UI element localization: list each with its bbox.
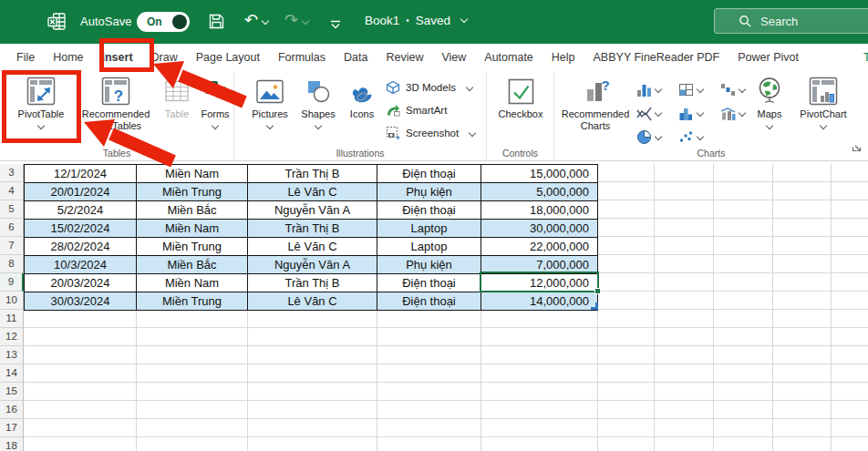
cell-r5-c3[interactable]: Điện thoại	[377, 201, 481, 220]
row-header-15[interactable]: 15	[0, 383, 24, 401]
cell-r7-c4[interactable]: 22,000,000	[481, 238, 598, 256]
cell-r6-c1[interactable]: Miền Nam	[137, 220, 248, 238]
row-header-10[interactable]: 10	[0, 292, 24, 310]
document-title[interactable]: Book1 • Saved	[365, 14, 467, 27]
cell-r10-c0[interactable]: 30/03/2024	[25, 292, 137, 311]
recommended-pivottables-button[interactable]: ? Recommended PivotTables	[77, 74, 155, 131]
icons-button[interactable]: Icons	[342, 74, 382, 120]
table-resize-handle[interactable]	[591, 302, 598, 310]
row-header-14[interactable]: 14	[0, 364, 24, 383]
row-header-3[interactable]: 3	[0, 164, 24, 182]
redo-chevron-icon[interactable]	[302, 17, 309, 25]
undo-button[interactable]: ↶	[244, 10, 268, 29]
cell-r5-c0[interactable]: 5/2/2024	[25, 201, 137, 220]
cell-r8-c3[interactable]: Phụ kiện	[377, 256, 481, 274]
row-header-6[interactable]: 6	[0, 219, 24, 237]
cell-r6-c3[interactable]: Laptop	[377, 220, 481, 238]
screenshot-button[interactable]: Screenshot	[386, 123, 475, 142]
tab-insert[interactable]: Insert	[93, 44, 142, 71]
cell-r8-c2[interactable]: Nguyễn Văn A	[248, 256, 377, 274]
tab-help[interactable]: Help	[542, 44, 584, 71]
row-header-8[interactable]: 8	[0, 255, 24, 273]
cell-r6-c4[interactable]: 30,000,000	[481, 220, 598, 238]
cell-r5-c1[interactable]: Miền Bắc	[137, 201, 248, 220]
cell-r7-c3[interactable]: Laptop	[377, 238, 481, 256]
cell-r3-c2[interactable]: Trần Thị B	[248, 165, 377, 183]
pivotchart-button[interactable]: PivotChart	[793, 74, 853, 128]
cell-r4-c4[interactable]: 5,000,000	[481, 183, 598, 201]
row-header-4[interactable]: 4	[0, 182, 24, 200]
cell-r10-c4[interactable]: 14,000,000	[481, 292, 598, 311]
cell-r3-c1[interactable]: Miền Nam	[137, 165, 248, 183]
recommended-charts-button[interactable]: ? Recommended Charts	[558, 74, 633, 131]
tab-file[interactable]: File	[7, 44, 44, 71]
cell-r6-c0[interactable]: 15/02/2024	[25, 220, 137, 238]
row-header-17[interactable]: 17	[0, 419, 24, 437]
row-header-7[interactable]: 7	[0, 237, 24, 255]
forms-button[interactable]: F Forms	[197, 74, 233, 128]
tab-page-layout[interactable]: Page Layout	[187, 44, 269, 71]
maps-button[interactable]: Maps	[749, 74, 790, 128]
cell-r4-c2[interactable]: Lê Văn C	[248, 183, 377, 201]
cell-r4-c0[interactable]: 20/01/2024	[25, 183, 137, 201]
hierarchy-chart-button[interactable]	[678, 77, 720, 101]
search-input[interactable]: Search	[714, 8, 868, 34]
cell-r5-c4[interactable]: 18,000,000	[481, 201, 598, 220]
row-header-5[interactable]: 5	[0, 200, 24, 219]
tab-abbyy-finereader-pdf[interactable]: ABBYY FineReader PDF	[584, 44, 729, 71]
cell-r7-c0[interactable]: 28/02/2024	[25, 238, 137, 256]
smartart-button[interactable]: SmartArt	[386, 100, 475, 119]
cell-r10-c3[interactable]: Điện thoại	[377, 292, 481, 311]
scatter-chart-button[interactable]	[678, 125, 720, 149]
row-header-18[interactable]: 18	[0, 437, 24, 451]
row-header-9[interactable]: 9	[0, 273, 24, 292]
tab-review[interactable]: Review	[377, 44, 432, 71]
cell-r3-c4[interactable]: 15,000,000	[481, 165, 598, 183]
statistic-chart-button[interactable]	[678, 101, 720, 125]
shapes-button[interactable]: Shapes	[296, 74, 340, 128]
cell-r5-c2[interactable]: Nguyễn Văn A	[248, 201, 377, 220]
undo-chevron-icon[interactable]	[262, 17, 269, 25]
spreadsheet-grid[interactable]: 3456789101112131415161718 12/1/2024Miền …	[0, 164, 868, 451]
tab-power-pivot[interactable]: Power Pivot	[728, 44, 808, 71]
save-icon[interactable]	[208, 13, 225, 34]
fill-handle[interactable]	[594, 288, 601, 294]
row-header-12[interactable]: 12	[0, 328, 24, 346]
line-chart-button[interactable]	[636, 101, 678, 125]
tab-tabl[interactable]: Tabl	[854, 44, 868, 71]
quick-access-overflow-icon[interactable]	[330, 17, 341, 34]
cell-r6-c2[interactable]: Trần Thị B	[248, 220, 377, 238]
tab-formulas[interactable]: Formulas	[269, 44, 335, 71]
autosave-toggle[interactable]: On	[137, 12, 190, 32]
table-button[interactable]: Table	[157, 74, 197, 120]
tab-view[interactable]: View	[432, 44, 475, 71]
pie-chart-button[interactable]	[636, 125, 678, 149]
row-header-16[interactable]: 16	[0, 401, 24, 419]
cell-r4-c3[interactable]: Phụ kiện	[377, 183, 481, 201]
tab-draw[interactable]: Draw	[142, 44, 187, 71]
cell-r9-c3[interactable]: Điện thoại	[377, 274, 481, 292]
row-header-11[interactable]: 11	[0, 310, 24, 328]
cell-r10-c1[interactable]: Miền Trung	[137, 292, 248, 311]
tab-automate[interactable]: Automate	[475, 44, 542, 71]
cell-r3-c3[interactable]: Điện thoại	[377, 165, 481, 183]
column-chart-button[interactable]	[636, 77, 678, 101]
redo-button[interactable]: ↷	[284, 10, 308, 29]
pictures-button[interactable]: Pictures	[245, 74, 294, 128]
cell-r8-c0[interactable]: 10/3/2024	[25, 256, 137, 274]
cell-r10-c2[interactable]: Lê Văn C	[248, 292, 377, 311]
cell-r7-c2[interactable]: Lê Văn C	[248, 238, 377, 256]
cell-r9-c2[interactable]: Trần Thị B	[248, 274, 377, 292]
cell-r7-c1[interactable]: Miền Trung	[137, 238, 248, 256]
3d-models-button[interactable]: 3D Models	[386, 77, 475, 97]
cell-r3-c0[interactable]: 12/1/2024	[25, 165, 137, 183]
checkbox-button[interactable]: Checkbox	[493, 74, 548, 120]
pivottable-button[interactable]: PivotTable	[5, 74, 77, 128]
tab-home[interactable]: Home	[44, 44, 92, 71]
row-header-13[interactable]: 13	[0, 346, 24, 364]
cell-r9-c1[interactable]: Miền Nam	[137, 274, 248, 292]
cell-r9-c0[interactable]: 20/03/2024	[25, 274, 137, 292]
tab-data[interactable]: Data	[335, 44, 377, 71]
cell-r4-c1[interactable]: Miền Trung	[137, 183, 248, 201]
cell-r8-c1[interactable]: Miền Bắc	[137, 256, 248, 274]
